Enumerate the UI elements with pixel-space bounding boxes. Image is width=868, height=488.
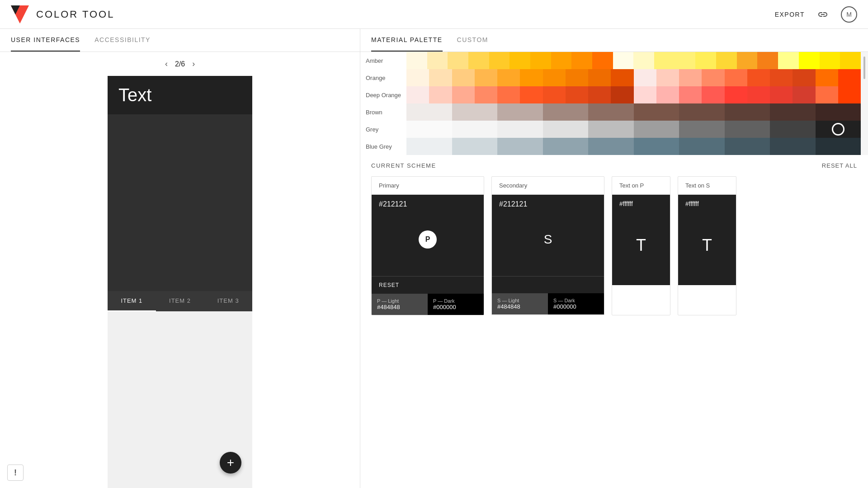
color-swatch[interactable] — [406, 121, 452, 138]
link-icon[interactable] — [816, 7, 830, 22]
color-swatch[interactable] — [543, 138, 589, 155]
color-swatch[interactable] — [429, 86, 452, 103]
avatar-icon[interactable]: M — [841, 6, 857, 23]
color-swatch[interactable] — [679, 138, 725, 155]
color-swatch[interactable] — [497, 138, 543, 155]
color-swatch[interactable] — [816, 103, 861, 121]
color-swatch[interactable] — [770, 86, 793, 103]
color-swatch[interactable] — [448, 52, 468, 69]
color-swatch[interactable] — [634, 86, 656, 103]
color-swatch[interactable] — [770, 121, 816, 138]
color-swatch[interactable] — [725, 138, 770, 155]
color-swatch[interactable] — [679, 69, 702, 86]
color-swatch[interactable] — [509, 52, 530, 69]
color-swatch[interactable] — [702, 86, 724, 103]
color-swatch[interactable] — [634, 121, 679, 138]
color-swatch[interactable] — [611, 86, 633, 103]
color-swatch[interactable] — [679, 103, 725, 121]
color-swatch[interactable] — [725, 69, 747, 86]
color-swatch[interactable] — [634, 138, 679, 155]
color-swatch[interactable] — [656, 69, 679, 86]
color-swatch[interactable] — [452, 86, 475, 103]
primary-light-swatch[interactable]: P — Light #484848 — [372, 294, 428, 315]
color-swatch[interactable] — [497, 69, 520, 86]
color-swatch[interactable] — [588, 86, 611, 103]
secondary-dark-swatch[interactable]: S — Dark #000000 — [548, 293, 604, 314]
secondary-s-label[interactable]: S — [499, 208, 597, 271]
color-swatch[interactable] — [543, 121, 589, 138]
color-swatch[interactable] — [588, 103, 634, 121]
tab-user-interfaces[interactable]: USER INTERFACES — [11, 29, 80, 52]
color-swatch[interactable] — [725, 103, 770, 121]
color-swatch[interactable] — [747, 69, 770, 86]
color-swatch[interactable] — [695, 52, 716, 69]
color-swatch[interactable] — [816, 121, 861, 138]
color-swatch[interactable] — [497, 86, 520, 103]
color-swatch[interactable] — [566, 69, 588, 86]
next-page-button[interactable]: › — [192, 59, 195, 69]
color-swatch[interactable] — [406, 138, 452, 155]
color-swatch[interactable] — [452, 69, 475, 86]
color-swatch[interactable] — [725, 86, 747, 103]
mock-tab-item-1[interactable]: ITEM 1 — [108, 291, 156, 311]
color-swatch[interactable] — [816, 138, 861, 155]
primary-circle[interactable]: P — [379, 208, 476, 271]
color-swatch[interactable] — [452, 103, 498, 121]
color-swatch[interactable] — [633, 52, 654, 69]
color-swatch[interactable] — [588, 138, 634, 155]
color-swatch[interactable] — [757, 52, 778, 69]
color-swatch[interactable] — [793, 69, 815, 86]
color-swatch[interactable] — [634, 69, 656, 86]
tab-custom[interactable]: CUSTOM — [457, 29, 488, 52]
color-swatch[interactable] — [770, 103, 816, 121]
mock-tab-item-2[interactable]: ITEM 2 — [156, 291, 204, 311]
prev-page-button[interactable]: ‹ — [165, 59, 168, 69]
color-swatch[interactable] — [656, 86, 679, 103]
tab-material-palette[interactable]: MATERIAL PALETTE — [371, 29, 443, 52]
color-swatch[interactable] — [588, 121, 634, 138]
color-swatch[interactable] — [497, 121, 543, 138]
color-swatch[interactable] — [675, 52, 696, 69]
color-swatch[interactable] — [654, 52, 675, 69]
color-swatch[interactable] — [406, 86, 429, 103]
color-swatch[interactable] — [838, 86, 861, 103]
color-swatch[interactable] — [816, 86, 838, 103]
export-button[interactable]: EXPORT — [775, 11, 805, 18]
color-swatch[interactable] — [725, 121, 770, 138]
color-swatch[interactable] — [840, 52, 861, 69]
color-swatch[interactable] — [716, 52, 737, 69]
color-swatch[interactable] — [679, 121, 725, 138]
color-swatch[interactable] — [520, 69, 542, 86]
color-swatch[interactable] — [452, 121, 498, 138]
color-swatch[interactable] — [747, 86, 770, 103]
color-swatch[interactable] — [702, 69, 724, 86]
color-swatch[interactable] — [452, 138, 498, 155]
color-swatch[interactable] — [468, 52, 489, 69]
color-swatch[interactable] — [588, 69, 611, 86]
color-swatch[interactable] — [634, 103, 679, 121]
feedback-button[interactable]: ! — [7, 465, 24, 481]
color-swatch[interactable] — [566, 86, 588, 103]
color-swatch[interactable] — [816, 69, 838, 86]
color-swatch[interactable] — [838, 69, 861, 86]
primary-reset-button[interactable]: RESET — [372, 276, 484, 294]
color-swatch[interactable] — [679, 86, 702, 103]
tab-accessibility[interactable]: ACCESSIBILITY — [94, 29, 151, 52]
color-swatch[interactable] — [799, 52, 820, 69]
color-swatch[interactable] — [475, 86, 497, 103]
color-swatch[interactable] — [611, 69, 633, 86]
color-swatch[interactable] — [778, 52, 799, 69]
secondary-light-swatch[interactable]: S — Light #484848 — [492, 293, 548, 314]
mock-tab-item-3[interactable]: ITEM 3 — [204, 291, 252, 311]
color-swatch[interactable] — [551, 52, 572, 69]
color-swatch[interactable] — [475, 69, 497, 86]
primary-dark-swatch[interactable]: P — Dark #000000 — [428, 294, 484, 315]
color-swatch[interactable] — [571, 52, 592, 69]
color-swatch[interactable] — [530, 52, 551, 69]
color-swatch[interactable] — [489, 52, 510, 69]
color-swatch[interactable] — [497, 103, 543, 121]
color-swatch[interactable] — [770, 138, 816, 155]
color-swatch[interactable] — [406, 52, 427, 69]
color-swatch[interactable] — [520, 86, 542, 103]
color-swatch[interactable] — [770, 69, 793, 86]
